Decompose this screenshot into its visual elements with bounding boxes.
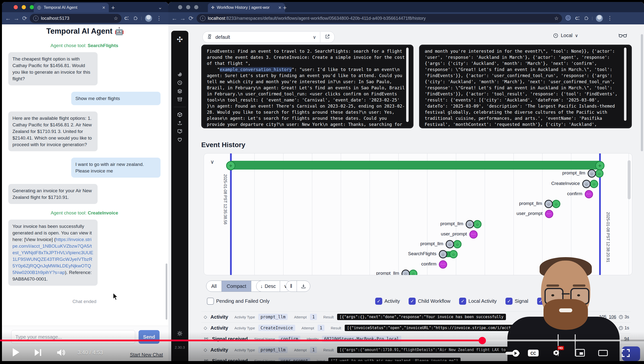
site-info-icon[interactable]: i xyxy=(200,16,206,21)
tab-overview-chevron[interactable]: ⌄ xyxy=(158,4,162,10)
play-button[interactable] xyxy=(12,348,20,357)
collapse-chevron-icon[interactable]: ∨ xyxy=(210,159,214,165)
temporal-logo-icon[interactable]: ✣ xyxy=(171,35,188,44)
open-namespace-icon[interactable] xyxy=(325,34,330,40)
volume-icon[interactable] xyxy=(56,348,66,357)
tab-workflow-history[interactable]: ✣ Workflow History | agent-wor ✕ xyxy=(208,3,285,12)
profile-avatar[interactable] xyxy=(145,15,152,22)
next-button[interactable] xyxy=(34,348,42,357)
tab-close-icon[interactable]: ✕ xyxy=(278,5,282,10)
feedback-monitor-icon[interactable] xyxy=(171,127,188,136)
activity-start-marker[interactable]: ◇ xyxy=(544,200,553,208)
sort-desc[interactable]: ↓Desc xyxy=(256,281,280,292)
timeline-scrollbar[interactable] xyxy=(628,160,630,199)
activity-end-marker[interactable]: ◇ xyxy=(590,180,598,188)
workflow-execution-bar[interactable] xyxy=(231,161,600,170)
code-panel-scrollbar[interactable] xyxy=(406,48,408,122)
fullscreen-button[interactable] xyxy=(621,348,630,358)
settings-gear-icon[interactable]: HD xyxy=(552,348,560,357)
activity-end-marker[interactable]: ◇ xyxy=(453,240,462,248)
pause-icon[interactable]: ‖ xyxy=(286,281,297,292)
activity-end-marker[interactable]: ◇ xyxy=(552,200,560,208)
codec-cube-icon[interactable] xyxy=(171,110,188,119)
video-progress-bar[interactable] xyxy=(0,340,644,341)
filter-checkbox[interactable]: ✓ xyxy=(408,298,416,305)
import-upload-icon[interactable] xyxy=(171,119,188,127)
page-scrollbar[interactable] xyxy=(641,34,643,151)
archive-icon[interactable] xyxy=(171,95,188,104)
reload-icon[interactable]: ⟳ xyxy=(20,15,29,22)
view-option-all[interactable]: All xyxy=(206,281,222,292)
signal-marker[interactable]: ◠◠ xyxy=(439,260,447,268)
back-icon[interactable]: ← xyxy=(4,15,12,22)
namespaces-stack-icon[interactable] xyxy=(171,87,188,95)
extension-c-icon[interactable]: C⁚ xyxy=(575,16,580,21)
pending-failed-filter[interactable]: Pending and Failed Only xyxy=(207,298,270,305)
labs-glasses-icon[interactable] xyxy=(619,33,627,38)
chat-scrollbar[interactable] xyxy=(166,264,167,320)
activity-end-marker[interactable]: ◇ xyxy=(449,250,458,258)
timezone-select[interactable]: Local ∨ xyxy=(553,33,578,38)
schedules-icon[interactable] xyxy=(171,78,188,87)
zoom-window-button[interactable] xyxy=(30,5,34,9)
activity-start-marker[interactable]: ◇ xyxy=(582,180,590,188)
close-window-button[interactable] xyxy=(178,5,182,9)
miniplayer-button[interactable] xyxy=(575,349,585,357)
filter-checkbox[interactable]: ✓ xyxy=(459,298,466,305)
profile-avatar[interactable] xyxy=(596,15,603,22)
download-icon[interactable] xyxy=(297,281,310,292)
favorites-heart-icon[interactable] xyxy=(171,136,188,144)
activity-end-marker[interactable]: ◇ xyxy=(473,220,482,228)
chevron-down-icon[interactable]: ∨ xyxy=(313,34,316,40)
extensions-puzzle-icon[interactable] xyxy=(133,15,138,21)
filter-local-activity[interactable]: ✓Local Activity xyxy=(459,298,497,305)
workflow-start-marker[interactable]: ✣ xyxy=(226,161,236,170)
forward-icon[interactable]: → xyxy=(178,15,187,22)
window-controls-inactive[interactable] xyxy=(178,5,198,9)
extension-c-icon[interactable]: C⁚ xyxy=(124,16,129,21)
minimize-window-button[interactable] xyxy=(22,5,26,9)
bookmark-star-icon[interactable]: ☆ xyxy=(114,15,118,21)
activity-start-marker[interactable]: ◇ xyxy=(466,220,474,228)
pause-download-group[interactable]: ‖ xyxy=(286,280,310,292)
extensions-puzzle-icon[interactable] xyxy=(584,15,589,21)
view-option-compact[interactable]: Compact xyxy=(222,281,251,292)
workflows-icon[interactable] xyxy=(171,70,188,78)
signal-marker[interactable]: ◠◠ xyxy=(469,230,478,238)
activity-end-marker[interactable]: ◇ xyxy=(409,270,418,275)
pending-failed-checkbox[interactable] xyxy=(207,298,214,305)
browser-menu-icon[interactable]: ⋮ xyxy=(607,15,612,22)
site-info-icon[interactable]: i xyxy=(33,16,38,21)
filter-child-workflow[interactable]: ✓Child Workflow xyxy=(408,298,450,305)
namespace-select[interactable]: default ∨ xyxy=(202,31,335,43)
theater-mode-button[interactable] xyxy=(598,350,608,356)
code-panel-scrollbar[interactable] xyxy=(624,48,626,121)
workflow-end-marker[interactable]: ✣ xyxy=(595,161,604,170)
result-payload-panel[interactable]: and month you're interested in for the e… xyxy=(419,45,632,128)
activity-start-marker[interactable]: ◇ xyxy=(446,240,454,248)
filter-checkbox[interactable]: ✓ xyxy=(375,298,382,305)
invoice-link[interactable]: https://invoice.stripe.com/i/acct_1NBOLu… xyxy=(12,237,93,275)
minimize-window-button[interactable] xyxy=(186,5,190,9)
input-payload-panel[interactable]: FindEvents: Find an event to travel to 2… xyxy=(201,45,414,128)
new-tab-button[interactable]: + xyxy=(111,4,115,12)
captions-button[interactable]: CC xyxy=(528,349,539,357)
bookmark-star-icon[interactable]: ☆ xyxy=(554,15,558,21)
browser-menu-icon[interactable]: ⋮ xyxy=(156,15,162,22)
address-bar[interactable]: i localhost:8233/namespaces/default/work… xyxy=(196,14,562,23)
activity-start-marker[interactable]: ◇ xyxy=(439,250,447,258)
back-icon[interactable]: ← xyxy=(170,15,178,22)
activity-start-marker[interactable]: ◇ xyxy=(402,270,410,275)
tab-temporal-ai-agent[interactable]: Temporal AI Agent ✕ xyxy=(34,3,109,12)
reload-icon[interactable]: ⟳ xyxy=(187,15,195,22)
window-controls[interactable] xyxy=(14,5,34,9)
password-extension-icon[interactable] xyxy=(566,15,571,22)
autoplay-toggle[interactable] xyxy=(506,350,520,357)
tab-close-icon[interactable]: ✕ xyxy=(102,5,106,10)
signal-marker[interactable]: ◠◠ xyxy=(545,210,553,218)
activity-start-marker[interactable]: ◇ xyxy=(588,169,596,178)
filter-activity[interactable]: ✓Activity xyxy=(375,298,400,305)
signal-marker[interactable]: ◠◠ xyxy=(585,190,593,198)
close-window-button[interactable] xyxy=(14,5,18,9)
forward-icon[interactable]: → xyxy=(12,15,20,22)
